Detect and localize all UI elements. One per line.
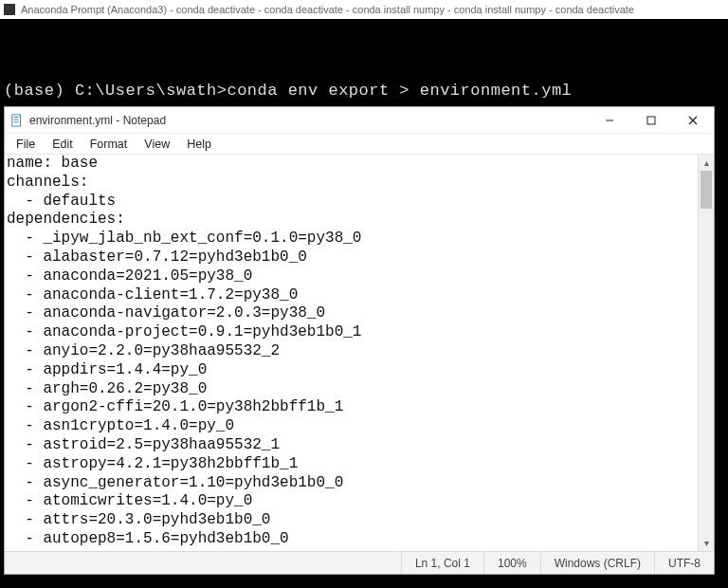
status-encoding: UTF-8 <box>654 552 714 574</box>
terminal-area[interactable]: (base) C:\Users\swath>conda env export >… <box>0 19 728 106</box>
notepad-statusbar: Ln 1, Col 1 100% Windows (CRLF) UTF-8 <box>5 551 714 574</box>
svg-rect-5 <box>647 117 655 124</box>
status-line-ending: Windows (CRLF) <box>540 552 654 574</box>
notepad-body: name: base channels: - defaults dependen… <box>5 155 714 551</box>
console-title-text: Anaconda Prompt (Anaconda3) - conda deac… <box>21 4 634 15</box>
console-titlebar: Anaconda Prompt (Anaconda3) - conda deac… <box>0 0 728 19</box>
scroll-thumb[interactable] <box>701 171 712 209</box>
notepad-text-area[interactable]: name: base channels: - defaults dependen… <box>5 155 698 551</box>
menu-file[interactable]: File <box>9 136 43 153</box>
menu-edit[interactable]: Edit <box>45 136 81 153</box>
console-app-icon <box>4 4 15 15</box>
window-controls <box>589 107 714 134</box>
menu-help[interactable]: Help <box>179 136 219 153</box>
status-position: Ln 1, Col 1 <box>401 552 483 574</box>
maximize-button[interactable] <box>630 107 672 134</box>
status-zoom: 100% <box>483 552 540 574</box>
menu-view[interactable]: View <box>136 136 177 153</box>
notepad-window: environment.yml - Notepad File Edit Form… <box>4 106 715 575</box>
scroll-down-arrow-icon[interactable]: ▾ <box>699 535 714 551</box>
scroll-up-arrow-icon[interactable]: ▴ <box>699 155 714 171</box>
close-button[interactable] <box>672 107 714 134</box>
notepad-menubar: File Edit Format View Help <box>5 134 714 155</box>
close-icon <box>688 116 698 125</box>
notepad-app-icon <box>10 114 24 127</box>
svg-rect-0 <box>12 114 21 125</box>
minimize-icon <box>605 116 614 125</box>
terminal-prompt-line: (base) C:\Users\swath>conda env export >… <box>4 82 724 100</box>
menu-format[interactable]: Format <box>82 136 136 153</box>
vertical-scrollbar[interactable]: ▴ ▾ <box>698 155 714 551</box>
notepad-titlebar[interactable]: environment.yml - Notepad <box>5 107 714 134</box>
maximize-icon <box>646 116 656 125</box>
minimize-button[interactable] <box>589 107 630 134</box>
notepad-title-text: environment.yml - Notepad <box>29 114 166 127</box>
